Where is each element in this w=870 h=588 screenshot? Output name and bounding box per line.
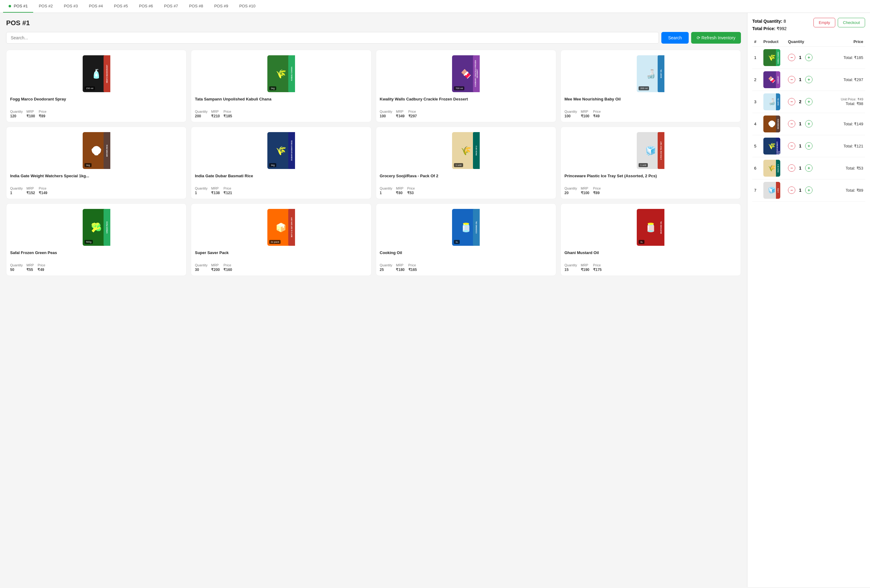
product-tag: MEN'S DEODORANT	[104, 55, 110, 92]
cart-product-image: 🌾 KABULI CHANA	[763, 49, 780, 66]
product-name: Cooking Oil	[380, 250, 552, 261]
product-tag: PACK OF 2	[473, 132, 480, 169]
cart-totals: Total Quantity: 8 Total Price: ₹992	[752, 18, 787, 33]
product-name: India Gate Dubar Basmati Rice	[195, 174, 367, 184]
cart-table: # Product Quantity Price 1 🌾 KABULI CHAN…	[752, 37, 865, 201]
cart-row-1: 1 🌾 KABULI CHANA − 1 + Total: ₹185	[752, 46, 865, 68]
product-details: Quantity 50 MRP ₹55 Price ₹49	[10, 263, 183, 272]
tab-pos6[interactable]: POS #6	[133, 0, 159, 13]
tab-pos3[interactable]: POS #3	[58, 0, 83, 13]
cart-row-number: 4	[752, 113, 761, 135]
tab-pos1[interactable]: POS #1	[3, 0, 33, 13]
product-card-cooking[interactable]: 🫙 COOKING OIL 1L Cooking Oil Quantity 25…	[376, 203, 556, 276]
cart-row-price: Total: ₹297	[817, 68, 865, 91]
cart-product-image: 🍶 BABY OIL	[763, 94, 780, 110]
cart-row-4: 4 🍚 BROWN RICE − 1 + Total: ₹149	[752, 113, 865, 135]
qty-decrease-button[interactable]: −	[788, 54, 796, 61]
qty-decrease-button[interactable]: −	[788, 186, 796, 194]
qty-decrease-button[interactable]: −	[788, 76, 796, 83]
tab-pos9[interactable]: POS #9	[209, 0, 234, 13]
qty-increase-button[interactable]: +	[805, 54, 812, 61]
qty-increase-button[interactable]: +	[805, 186, 812, 194]
product-label: 1kg	[269, 163, 276, 167]
qty-value: 1	[798, 77, 803, 82]
cart-row-price: Total: ₹149	[817, 113, 865, 135]
refresh-inventory-button[interactable]: ⟳ Refresh Inventory	[691, 32, 741, 44]
product-label: 150 ml	[85, 86, 95, 90]
price-total: Total: ₹185	[819, 55, 863, 60]
product-image: 🌾 PACK OF 2 1 unit	[380, 131, 552, 171]
product-name: Mee Mee Nourishing Baby Oil	[565, 97, 737, 107]
product-grid: 🧴 MEN'S DEODORANT 150 ml Fogg Marco Deod…	[6, 50, 741, 276]
cart-row-number: 1	[752, 46, 761, 68]
product-name: India Gate Weight Watchers Special 1kg..…	[10, 174, 183, 184]
product-details: Quantity 100 MRP ₹349 Price ₹297	[380, 110, 552, 118]
total-quantity-line: Total Quantity: 8	[752, 18, 787, 25]
page-title: POS #1	[6, 19, 741, 27]
product-name: Kwality Walls Cadbury Crackle Frozen Des…	[380, 97, 552, 107]
product-image: 🫙 COOKING OIL 1L	[380, 207, 552, 247]
cart-row-number: 2	[752, 68, 761, 91]
qty-increase-button[interactable]: +	[805, 76, 812, 83]
cart-row-qty: − 1 +	[786, 68, 817, 91]
product-tag: COOKING OIL	[473, 209, 480, 246]
product-card-brownrice[interactable]: 🍚 BROWN RICE 1kg India Gate Weight Watch…	[6, 127, 186, 199]
product-details: Quantity 1 MRP ₹80 Price ₹53	[380, 186, 552, 195]
product-card-supersaver[interactable]: 📦 BUY 2 & GET 20% OFF 2x pack Super Save…	[191, 203, 371, 276]
tab-pos10[interactable]: POS #10	[234, 0, 261, 13]
cart-row-qty: − 1 +	[786, 46, 817, 68]
cart-row-product: 🌾 DUBAR BASMATI RICE	[761, 135, 786, 157]
tab-pos4[interactable]: POS #4	[83, 0, 109, 13]
search-input[interactable]	[6, 32, 659, 44]
product-card-fogg[interactable]: 🧴 MEN'S DEODORANT 150 ml Fogg Marco Deod…	[6, 50, 186, 122]
cart-row-price: Unit Price: ₹49 Total: ₹98	[817, 91, 865, 113]
cart-product-image: 🍫 CADBURY	[763, 71, 780, 88]
product-label: 700 ml	[454, 86, 464, 90]
tab-pos8[interactable]: POS #8	[183, 0, 209, 13]
tab-pos5[interactable]: POS #5	[109, 0, 134, 13]
price-total: Total: ₹297	[819, 77, 863, 82]
product-card-kwality[interactable]: 🍫 CADBURY CRACKLE FROZEN DESSERT 700 ml …	[376, 50, 556, 122]
qty-increase-button[interactable]: +	[805, 142, 812, 150]
qty-increase-button[interactable]: +	[805, 98, 812, 106]
cart-row-qty: − 1 +	[786, 179, 817, 201]
tab-pos2[interactable]: POS #2	[33, 0, 58, 13]
product-name: Ghani Mustard Oil	[565, 250, 737, 261]
product-tag: BUY 2 & GET 20% OFF	[288, 209, 295, 246]
qty-decrease-button[interactable]: −	[788, 164, 796, 172]
tabs-bar: POS #1 POS #2 POS #3 POS #4 POS #5 POS #…	[0, 0, 870, 13]
product-label: 1L	[454, 240, 460, 244]
product-image: 🌾 DUBAR BASMATI RICE 1kg	[195, 131, 367, 171]
product-label: 1 unit	[639, 163, 648, 167]
qty-decrease-button[interactable]: −	[788, 120, 796, 128]
product-card-safal[interactable]: 🥦 GREEN PEAS 500g Safal Frozen Green Pea…	[6, 203, 186, 276]
price-total: Total: ₹53	[819, 166, 863, 171]
cart-row-number: 7	[752, 179, 761, 201]
product-card-ghani[interactable]: 🫙 MUSTARD OIL 1L Ghani Mustard Oil Quant…	[560, 203, 741, 276]
product-card-tata[interactable]: 🌾 KABULI CHANA 1kg Tata Sampann Unpolish…	[191, 50, 371, 122]
checkout-button[interactable]: Checkout	[838, 18, 865, 27]
product-name: Fogg Marco Deodorant Spray	[10, 97, 183, 107]
product-card-meemee[interactable]: 🍶 BABY OIL 200 ml Mee Mee Nourishing Bab…	[560, 50, 741, 122]
product-card-sooji[interactable]: 🌾 PACK OF 2 1 unit Grocery Sooji/Rava - …	[376, 127, 556, 199]
search-button[interactable]: Search	[661, 32, 688, 44]
product-image: 🍶 BABY OIL 200 ml	[565, 54, 737, 94]
empty-button[interactable]: Empty	[813, 18, 835, 27]
product-card-indiagate[interactable]: 🌾 DUBAR BASMATI RICE 1kg India Gate Duba…	[191, 127, 371, 199]
qty-decrease-button[interactable]: −	[788, 98, 796, 106]
qty-value: 2	[798, 99, 803, 104]
cart-row-product: 🍚 BROWN RICE	[761, 113, 786, 135]
qty-increase-button[interactable]: +	[805, 120, 812, 128]
qty-control: − 1 +	[788, 76, 815, 83]
qty-control: − 2 +	[788, 98, 815, 106]
qty-increase-button[interactable]: +	[805, 164, 812, 172]
product-label: 500g	[85, 240, 93, 244]
tab-pos7[interactable]: POS #7	[159, 0, 184, 13]
cart-row-number: 3	[752, 91, 761, 113]
qty-decrease-button[interactable]: −	[788, 142, 796, 150]
product-tag: KABULI CHANA	[288, 55, 295, 92]
product-tag: 2 PCS ICE TRAY SET	[658, 132, 664, 169]
product-card-icetray[interactable]: 🧊 2 PCS ICE TRAY SET 1 unit Princeware P…	[560, 127, 741, 199]
qty-value: 1	[798, 165, 803, 171]
qty-control: − 1 +	[788, 142, 815, 150]
